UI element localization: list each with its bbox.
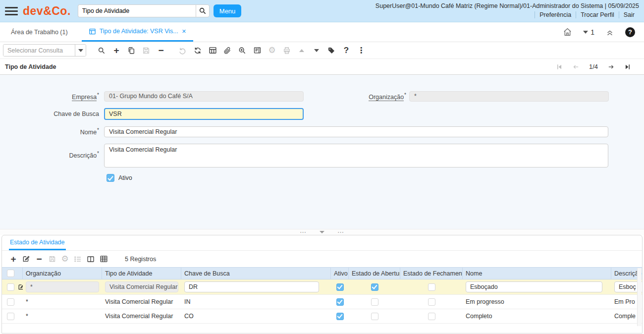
cell-chave-input[interactable]: DR bbox=[184, 281, 319, 292]
form-row-ativo: Ativo bbox=[107, 174, 644, 182]
find-icon[interactable] bbox=[94, 44, 109, 57]
copy-record-icon[interactable] bbox=[124, 44, 139, 57]
process-icon bbox=[265, 44, 279, 57]
nome-field[interactable] bbox=[104, 126, 608, 137]
caret-down-icon bbox=[78, 49, 83, 52]
chave-de-busca-label: Chave de Busca bbox=[0, 111, 99, 117]
descricao-field[interactable]: Visita Comercial Regular bbox=[104, 144, 608, 167]
print-icon bbox=[279, 44, 294, 57]
new-icon[interactable] bbox=[7, 253, 20, 266]
menu-button[interactable]: Menu bbox=[214, 4, 242, 17]
col-tipo-de-atividade[interactable]: Tipo de Atividade bbox=[102, 268, 181, 279]
row-checkbox[interactable] bbox=[7, 313, 14, 320]
help-icon[interactable] bbox=[339, 44, 354, 57]
col-estado-de-abertura[interactable]: Estado de Abertura bbox=[349, 268, 400, 279]
first-record-icon bbox=[556, 63, 563, 70]
search-icon bbox=[199, 7, 207, 15]
organizacao-label: Organização* bbox=[304, 92, 406, 101]
desktop-number: 1 bbox=[590, 28, 594, 36]
cell-tipo: Visita Comercial Regular bbox=[102, 313, 181, 320]
attachment-icon[interactable] bbox=[220, 44, 235, 57]
checklist-icon bbox=[71, 253, 84, 266]
expand-icon[interactable] bbox=[309, 44, 324, 57]
search-button[interactable] bbox=[196, 4, 210, 17]
col-organizacao[interactable]: Organização bbox=[23, 268, 102, 279]
next-record-icon[interactable] bbox=[607, 63, 615, 70]
combo-caret-button[interactable] bbox=[75, 45, 86, 56]
table-row[interactable]: * Visita Comercial Regular DR Esboçado E… bbox=[2, 279, 643, 295]
edit-row-icon[interactable] bbox=[18, 283, 23, 291]
table-scrollbar[interactable] bbox=[637, 268, 642, 326]
ativo-checkbox[interactable] bbox=[107, 174, 114, 182]
delete-icon[interactable] bbox=[33, 253, 46, 266]
col-estado-de-fechamento[interactable]: Estado de Fechamento bbox=[400, 268, 463, 279]
desktop-selector[interactable]: 1 bbox=[583, 28, 594, 36]
edit-icon[interactable] bbox=[20, 253, 33, 266]
ativo-checkbox[interactable] bbox=[336, 298, 344, 306]
window-toolbar bbox=[0, 42, 644, 59]
app-header: dev&Co. Menu SuperUser@01-Mundo Café Mat… bbox=[0, 0, 644, 22]
new-record-icon[interactable] bbox=[109, 44, 124, 57]
detail-toolbar: 5 Registros bbox=[2, 251, 642, 267]
logout-link[interactable]: Sair bbox=[619, 11, 639, 18]
record-count: 5 Registros bbox=[125, 256, 156, 263]
estado-abertura-checkbox[interactable] bbox=[371, 298, 378, 306]
estado-fechamento-checkbox[interactable] bbox=[428, 283, 435, 291]
estado-abertura-checkbox[interactable] bbox=[371, 313, 378, 320]
col-ativo[interactable]: Ativo bbox=[331, 268, 349, 279]
row-checkbox[interactable] bbox=[7, 298, 14, 306]
home-icon[interactable] bbox=[563, 27, 572, 37]
help-icon[interactable] bbox=[625, 27, 635, 37]
estado-fechamento-checkbox[interactable] bbox=[428, 313, 435, 320]
last-record-icon[interactable] bbox=[624, 63, 631, 70]
estado-abertura-checkbox[interactable] bbox=[371, 283, 378, 291]
grid-icon[interactable] bbox=[97, 253, 110, 266]
cell-nome-input[interactable]: Esboçado bbox=[466, 281, 602, 292]
empresa-field: 01- Grupo Mundo do Café S/A bbox=[104, 91, 304, 102]
record-counter: 1/4 bbox=[589, 63, 598, 70]
ativo-label: Ativo bbox=[118, 174, 132, 181]
table-row[interactable]: * Visita Comercial Regular CO Completo C… bbox=[2, 309, 643, 324]
refresh-icon[interactable] bbox=[190, 44, 205, 57]
row-checkbox[interactable] bbox=[7, 283, 14, 291]
switch-role-link[interactable]: Trocar Perfil bbox=[576, 11, 619, 18]
tab-active-window[interactable]: Tipo de Atividade: VSR Vis... bbox=[82, 22, 193, 42]
cell-nome: Em progresso bbox=[463, 298, 611, 305]
detail-table: Organização Tipo de Atividade Chave de B… bbox=[2, 267, 643, 324]
select-all-checkbox[interactable] bbox=[7, 270, 14, 277]
splitter-caret-icon[interactable] bbox=[320, 231, 324, 233]
undo-icon bbox=[175, 44, 190, 57]
tabbar-right: 1 bbox=[563, 27, 635, 37]
delete-record-icon[interactable] bbox=[154, 44, 168, 57]
collapse-all-icon[interactable] bbox=[605, 28, 614, 37]
global-search-input[interactable] bbox=[78, 4, 196, 17]
estado-fechamento-checkbox[interactable] bbox=[428, 298, 435, 306]
cell-tipo: Visita Comercial Regular bbox=[105, 281, 178, 292]
report-icon[interactable] bbox=[250, 44, 265, 57]
more-icon[interactable] bbox=[354, 44, 369, 57]
table-header-row: Organização Tipo de Atividade Chave de B… bbox=[2, 267, 643, 279]
panel-toggle-icon[interactable] bbox=[84, 253, 97, 266]
ativo-checkbox[interactable] bbox=[336, 283, 344, 291]
hamburger-icon[interactable] bbox=[5, 5, 18, 16]
save-icon bbox=[46, 253, 58, 266]
label-icon[interactable] bbox=[324, 44, 339, 57]
user-info: SuperUser@01-Mundo Café Matriz (Regime N… bbox=[376, 2, 639, 10]
cell-organizacao: * bbox=[23, 298, 102, 305]
col-nome[interactable]: Nome bbox=[463, 268, 611, 279]
ativo-checkbox[interactable] bbox=[336, 313, 344, 320]
toggle-grid-icon[interactable] bbox=[205, 44, 220, 57]
panel-splitter[interactable] bbox=[0, 229, 644, 235]
record-zoom-icon[interactable] bbox=[235, 44, 250, 57]
tab-estado-de-atividade[interactable]: Estado de Atividade bbox=[9, 236, 66, 250]
col-chave-de-busca[interactable]: Chave de Busca bbox=[181, 268, 331, 279]
saved-query-input[interactable] bbox=[3, 45, 75, 56]
close-icon[interactable] bbox=[182, 28, 186, 35]
form-row-nome: Nome* bbox=[0, 126, 644, 137]
tab-workspace[interactable]: Área de Trabalho (1) bbox=[4, 22, 75, 42]
chave-de-busca-field[interactable] bbox=[104, 108, 304, 120]
select-all-cell bbox=[2, 268, 23, 279]
table-row[interactable]: * Visita Comercial Regular IN Em progres… bbox=[2, 295, 643, 309]
preferences-link[interactable]: Preferência bbox=[535, 11, 576, 18]
previous-record-icon bbox=[572, 63, 580, 70]
